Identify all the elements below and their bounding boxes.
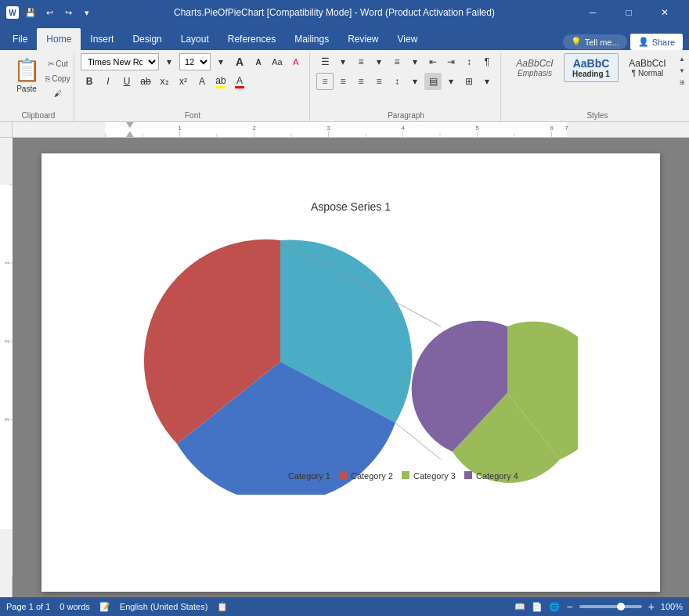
clear-format-btn[interactable]: A xyxy=(287,53,305,70)
numbering-dropdown-btn[interactable]: ▾ xyxy=(370,53,388,70)
format-painter-button[interactable]: 🖌 xyxy=(47,86,69,100)
style-emphasis[interactable]: AaBbCcI Emphasis xyxy=(507,54,562,81)
quick-redo-btn[interactable]: ↪ xyxy=(61,5,75,20)
border-dropdown-btn[interactable]: ▾ xyxy=(478,73,496,90)
tab-design[interactable]: Design xyxy=(123,28,171,50)
status-bar: Page 1 of 1 0 words 📝 English (United St… xyxy=(0,597,689,616)
font-shrink-btn[interactable]: A xyxy=(250,53,267,70)
svg-text:2: 2 xyxy=(4,340,9,343)
quick-save-btn[interactable]: 💾 xyxy=(23,5,38,20)
zoom-level[interactable]: 100% xyxy=(661,602,683,611)
paragraph-content: ☰ ▾ ≡ ▾ ≡ ▾ ⇤ ⇥ ↕ ¶ ≡ ≡ ≡ ≡ ↕ ▾ ▤ ▾ ⊞ xyxy=(316,53,496,110)
paragraph-group-label: Paragraph xyxy=(388,110,424,121)
styles-expand-btn[interactable]: ⊞ xyxy=(676,77,687,88)
shading-dropdown-btn[interactable]: ▾ xyxy=(442,73,460,90)
font-size-dropdown-btn[interactable]: ▾ xyxy=(212,53,229,70)
format-painter-icon: 🖌 xyxy=(54,89,62,98)
window-title: Charts.PieOfPieChart [Compatibility Mode… xyxy=(174,7,495,18)
tab-layout[interactable]: Layout xyxy=(171,28,218,50)
legend-label-cat1: Category 1 xyxy=(288,471,330,481)
zoom-thumb[interactable] xyxy=(617,603,625,611)
minimize-btn[interactable]: ─ xyxy=(575,0,611,25)
zoom-in-btn[interactable]: + xyxy=(648,600,655,613)
font-color-button[interactable]: A xyxy=(231,73,248,90)
tab-view[interactable]: View xyxy=(388,28,427,50)
quick-customize-btn[interactable]: ▾ xyxy=(80,5,94,20)
share-button[interactable]: 👤 Share xyxy=(630,34,683,50)
word-count: 0 words xyxy=(60,602,90,611)
superscript-button[interactable]: x² xyxy=(175,73,192,90)
font-grow-btn[interactable]: A xyxy=(231,53,248,70)
legend-label-cat2: Category 2 xyxy=(351,471,393,481)
show-formatting-btn[interactable]: ¶ xyxy=(478,53,496,70)
paste-button[interactable]: 📋 Paste xyxy=(8,53,45,97)
styles-group: AaBbCcI Emphasis AaBbC Heading 1 AaBbCcI… xyxy=(503,53,689,121)
chart-container: Aspose Series 1 xyxy=(73,185,629,510)
multilevel-dropdown-btn[interactable]: ▾ xyxy=(406,53,424,70)
font-family-select[interactable]: Times New Ro xyxy=(81,53,159,70)
scroll-area[interactable]: Aspose Series 1 xyxy=(13,138,689,597)
style-normal[interactable]: AaBbCcI ¶ Normal xyxy=(620,54,675,81)
numbering-btn[interactable]: ≡ xyxy=(352,53,370,70)
zoom-slider[interactable] xyxy=(579,605,642,608)
line-spacing-btn[interactable]: ↕ xyxy=(388,73,406,90)
track-changes-icon[interactable]: 📋 xyxy=(217,602,228,612)
bullets-btn[interactable]: ☰ xyxy=(316,53,334,70)
copy-button[interactable]: ⎘ Copy xyxy=(47,71,69,85)
read-mode-icon[interactable]: 📖 xyxy=(514,602,525,612)
tell-me-btn[interactable]: 💡 Tell me... xyxy=(563,34,627,49)
bullets-dropdown-btn[interactable]: ▾ xyxy=(334,53,352,70)
tab-mailings[interactable]: Mailings xyxy=(285,28,338,50)
tab-review[interactable]: Review xyxy=(338,28,388,50)
multilevel-btn[interactable]: ≡ xyxy=(388,53,406,70)
styles-scroll-up-btn[interactable]: ▲ xyxy=(676,53,687,64)
change-case-btn[interactable]: Aa xyxy=(269,53,286,70)
svg-text:1: 1 xyxy=(178,124,181,131)
cut-button[interactable]: ✂ Cut xyxy=(47,56,69,70)
close-btn[interactable]: ✕ xyxy=(647,0,683,25)
align-right-btn[interactable]: ≡ xyxy=(352,73,370,90)
bold-button[interactable]: B xyxy=(81,73,98,90)
decrease-indent-btn[interactable]: ⇤ xyxy=(424,53,442,70)
language-indicator[interactable]: English (United States) xyxy=(120,602,208,611)
line-spacing-dropdown-btn[interactable]: ▾ xyxy=(406,73,424,90)
status-right: 📖 📄 🌐 − + 100% xyxy=(514,600,683,613)
maximize-btn[interactable]: □ xyxy=(611,0,647,25)
sort-btn[interactable]: ↕ xyxy=(460,53,478,70)
shading-btn[interactable]: ▤ xyxy=(424,73,442,90)
print-layout-icon[interactable]: 📄 xyxy=(532,602,543,612)
proofing-icon[interactable]: 📝 xyxy=(99,602,110,612)
page-indicator: Page 1 of 1 xyxy=(6,602,50,611)
styles-content: AaBbCcI Emphasis AaBbC Heading 1 AaBbCcI… xyxy=(507,53,687,110)
legend-color-cat4 xyxy=(464,471,472,479)
align-center-btn[interactable]: ≡ xyxy=(334,73,352,90)
font-dropdown-btn[interactable]: ▾ xyxy=(161,53,178,70)
subscript-button[interactable]: x₂ xyxy=(156,73,173,90)
italic-button[interactable]: I xyxy=(99,73,117,90)
quick-undo-btn[interactable]: ↩ xyxy=(42,5,56,20)
border-btn[interactable]: ⊞ xyxy=(460,73,478,90)
tab-references[interactable]: References xyxy=(218,28,285,50)
document-page: Aspose Series 1 xyxy=(41,153,660,592)
align-left-btn[interactable]: ≡ xyxy=(316,73,334,90)
font-color-indicator xyxy=(235,86,244,88)
font-row-2: B I U ab x₂ x² A ab A xyxy=(81,73,248,90)
strikethrough-button[interactable]: ab xyxy=(137,73,154,90)
justify-btn[interactable]: ≡ xyxy=(370,73,388,90)
style-heading1[interactable]: AaBbC Heading 1 xyxy=(564,53,619,82)
legend-label-cat4: Category 4 xyxy=(476,471,518,481)
tab-insert[interactable]: Insert xyxy=(81,28,123,50)
increase-indent-btn[interactable]: ⇥ xyxy=(442,53,460,70)
underline-button[interactable]: U xyxy=(118,73,135,90)
font-size-select[interactable]: 12 xyxy=(179,53,211,70)
web-layout-icon[interactable]: 🌐 xyxy=(549,602,560,612)
styles-scroll-down-btn[interactable]: ▼ xyxy=(676,65,687,76)
tab-file[interactable]: File xyxy=(3,28,37,50)
text-effect-button[interactable]: A xyxy=(193,73,211,90)
status-left: Page 1 of 1 0 words 📝 English (United St… xyxy=(6,602,228,612)
svg-text:6: 6 xyxy=(550,124,553,131)
font-row-1: Times New Ro ▾ 12 ▾ A A Aa A xyxy=(81,53,305,70)
zoom-out-btn[interactable]: − xyxy=(566,600,572,613)
highlight-button[interactable]: ab xyxy=(212,73,229,90)
tab-home[interactable]: Home xyxy=(37,28,81,50)
